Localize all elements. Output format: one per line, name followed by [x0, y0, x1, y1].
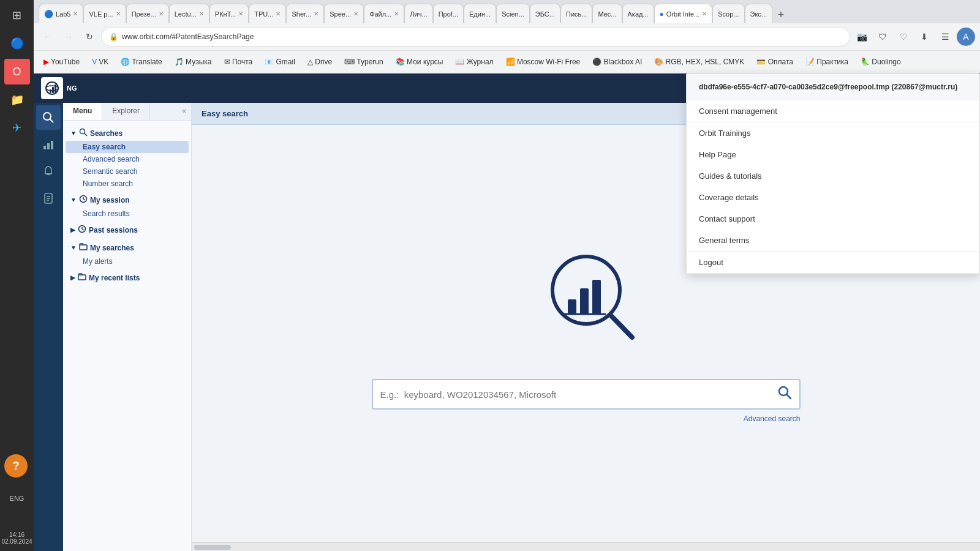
tab-close-5[interactable]: ✕ [238, 10, 243, 17]
dropdown-orbit-trainings[interactable]: Orbit Trainings [687, 122, 979, 144]
tab-close-4[interactable]: ✕ [199, 10, 204, 17]
browser-tab-15[interactable]: Пись... [560, 4, 592, 23]
browser-tab-eks[interactable]: Экс... [745, 4, 773, 23]
bookmark-vk[interactable]: V VK [87, 56, 113, 68]
bookmark-journal[interactable]: 📖 Журнал [450, 56, 498, 68]
nav-chart-icon[interactable] [36, 132, 61, 157]
os-help-button[interactable]: ? [4, 454, 28, 478]
sidebar-item-semantic-search[interactable]: Semantic search [66, 165, 189, 178]
search-input[interactable] [380, 389, 772, 400]
my-searches-section-header[interactable]: ▼ My searches [66, 240, 189, 255]
bookmark-drive[interactable]: △ Drive [303, 56, 337, 68]
reload-button[interactable]: ↻ [80, 28, 99, 46]
favorites-icon[interactable]: ♡ [894, 28, 913, 46]
browser-tab-13[interactable]: Scien... [496, 4, 530, 23]
bookmark-typerun[interactable]: ⌨ Typerun [339, 56, 388, 68]
dropdown-general-terms[interactable]: General terms [687, 230, 979, 251]
browser-chrome: 🔵 Lab5 ✕ VLE р... ✕ Презе... ✕ Lectu... … [34, 0, 980, 73]
sidebar-item-easy-search[interactable]: Easy search [66, 141, 189, 153]
tab-add-button[interactable]: + [772, 6, 790, 23]
tab-close-2[interactable]: ✕ [116, 10, 121, 17]
browser-tab-3[interactable]: Презе... ✕ [126, 4, 169, 23]
extensions-icon[interactable]: 📷 [853, 28, 871, 46]
shield-icon[interactable]: 🛡 [873, 28, 892, 46]
bookmark-journal-label: 📖 Журнал [455, 58, 493, 66]
os-app-icon-telegram[interactable]: ✈ [4, 115, 30, 141]
dropdown-contact-support[interactable]: Contact support [687, 208, 979, 230]
bookmark-youtube[interactable]: ▶ YouTube [39, 56, 85, 68]
sidebar-tab-menu[interactable]: Menu [63, 103, 102, 120]
dropdown-consent-management[interactable]: Consent management [687, 100, 979, 122]
dropdown-coverage-details[interactable]: Coverage details [687, 187, 979, 208]
os-app-icon-folder[interactable]: 📁 [4, 87, 30, 113]
os-start-icon[interactable]: ⊞ [4, 2, 30, 28]
advanced-search-link[interactable]: Advanced search [744, 414, 801, 423]
browser-tab-6[interactable]: TPU... ✕ [249, 4, 286, 23]
address-bar[interactable]: 🔒 www.orbit.com/#PatentEasySearchPage [101, 27, 850, 47]
browser-tab-7[interactable]: Sher... ✕ [286, 4, 324, 23]
browser-tab-9[interactable]: Файл... ✕ [364, 4, 404, 23]
bookmark-gmail[interactable]: 📧 Gmail [260, 56, 300, 68]
sidebar-section-searches: ▼ Searches Easy search Advanced search S… [66, 126, 189, 190]
download-icon[interactable]: ⬇ [915, 28, 933, 46]
menu-icon[interactable]: ☰ [936, 28, 954, 46]
my-session-section-header[interactable]: ▼ My session [66, 192, 189, 208]
browser-tab-lab5[interactable]: 🔵 Lab5 ✕ [39, 4, 83, 23]
sidebar-item-advanced-search[interactable]: Advanced search [66, 153, 189, 165]
tab-close-8[interactable]: ✕ [353, 10, 358, 17]
sidebar-collapse-button[interactable]: « [177, 103, 191, 120]
bookmark-mail[interactable]: ✉ Почта [219, 56, 258, 68]
bookmark-payment[interactable]: 💳 Оплата [752, 56, 798, 68]
os-app-icon-1[interactable]: 🔵 [4, 31, 30, 56]
browser-tab-2[interactable]: VLE р... ✕ [83, 4, 126, 23]
browser-tab-scop[interactable]: Scop... [712, 4, 744, 23]
browser-tab-11[interactable]: Проf... [433, 4, 464, 23]
dropdown-logout[interactable]: Logout [687, 252, 979, 273]
svg-rect-2 [52, 87, 54, 93]
forward-button[interactable]: → [59, 28, 78, 46]
browser-tab-orbit[interactable]: ● Orbit Inte... ✕ [654, 4, 713, 23]
back-button[interactable]: ← [39, 28, 57, 46]
browser-tab-12[interactable]: Един... [464, 4, 496, 23]
dropdown-user-email: dbdfa96e-e555-4cf7-a070-ca003e5d2ce9@fre… [687, 74, 979, 100]
browser-tab-4[interactable]: Lectu... ✕ [169, 4, 209, 23]
profile-icon[interactable]: А [957, 28, 975, 46]
sidebar-item-search-results[interactable]: Search results [66, 208, 189, 220]
sidebar-item-my-alerts[interactable]: My alerts [66, 255, 189, 268]
bookmark-wifi[interactable]: 📶 Moscow Wi-Fi Free [501, 56, 586, 68]
bookmark-translate[interactable]: 🌐 Translate [116, 56, 167, 68]
os-app-icon-opera[interactable]: O [4, 59, 30, 84]
bookmark-music[interactable]: 🎵 Музыка [170, 56, 217, 68]
sidebar-item-number-search[interactable]: Number search [66, 178, 189, 190]
vk-icon: V [92, 58, 97, 66]
nav-search-icon[interactable] [36, 105, 61, 130]
tab-close-6[interactable]: ✕ [276, 10, 281, 17]
nav-bell-icon[interactable] [36, 159, 61, 184]
browser-tab-10[interactable]: Лич... [404, 4, 432, 23]
main-scrollbar[interactable] [192, 542, 980, 551]
browser-tab-17[interactable]: Акад... [622, 4, 654, 23]
searches-section-header[interactable]: ▼ Searches [66, 126, 189, 141]
bookmark-rgb[interactable]: 🎨 RGB, HEX, HSL, CMYK [649, 56, 749, 68]
nav-document-icon[interactable] [36, 186, 61, 211]
tab-close-orbit[interactable]: ✕ [702, 10, 707, 17]
tab-close-7[interactable]: ✕ [314, 10, 318, 17]
bookmark-blackbox[interactable]: ⚫ Blackbox AI [587, 56, 647, 68]
sidebar-tab-explorer[interactable]: Explorer [102, 103, 150, 120]
dropdown-guides-tutorials[interactable]: Guides & tutorials [687, 165, 979, 187]
browser-tab-16[interactable]: Мес... [592, 4, 622, 23]
tab-close-1[interactable]: ✕ [73, 10, 78, 17]
past-sessions-section-header[interactable]: ▶ Past sessions [66, 222, 189, 238]
tab-close-3[interactable]: ✕ [159, 10, 164, 17]
browser-right-icons: 📷 🛡 ♡ ⬇ ☰ А [853, 28, 975, 46]
search-button[interactable] [777, 385, 792, 403]
bookmark-practice[interactable]: 📝 Практика [801, 56, 853, 68]
my-recent-lists-section-header[interactable]: ▶ My recent lists [66, 270, 189, 285]
bookmark-duolingo[interactable]: 🦜 Duolingo [856, 56, 906, 68]
browser-tab-14[interactable]: ЭБС... [530, 4, 560, 23]
dropdown-help-page[interactable]: Help Page [687, 144, 979, 165]
browser-tab-5[interactable]: РКнТ... ✕ [209, 4, 249, 23]
bookmark-courses[interactable]: 📚 Мои курсы [391, 56, 448, 68]
browser-tab-8[interactable]: Spee... ✕ [324, 4, 364, 23]
tab-close-9[interactable]: ✕ [394, 10, 399, 17]
